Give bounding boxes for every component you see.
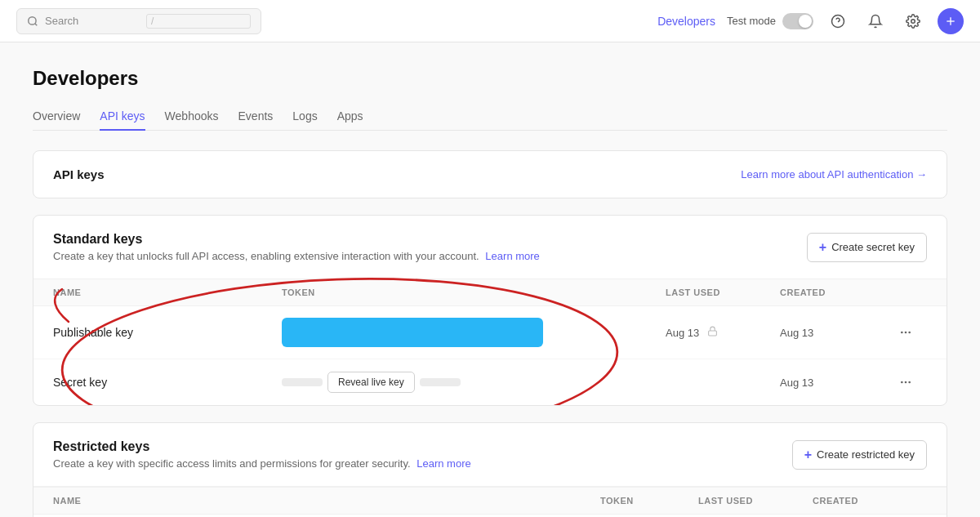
create-secret-key-button[interactable]: + Create secret key (807, 233, 927, 262)
plus-icon (944, 15, 957, 28)
page-content: Developers Overview API keys Webhooks Ev… (0, 42, 980, 517)
search-bar[interactable]: Search / (16, 8, 261, 34)
svg-point-0 (29, 16, 36, 24)
test-mode-label: Test mode (727, 15, 776, 27)
api-keys-card-header: API keys Learn more about API authentica… (33, 151, 947, 198)
svg-rect-8 (709, 331, 717, 336)
toggle-knob (799, 15, 812, 28)
svg-point-9 (901, 332, 903, 334)
restricted-col-last-used: LAST USED (698, 496, 813, 506)
search-kbd: / (146, 14, 251, 29)
secret-key-token: Reveal live key (282, 372, 666, 393)
svg-point-4 (911, 19, 915, 23)
page-tabs: Overview API keys Webhooks Events Logs A… (33, 103, 947, 131)
restricted-keys-title: Restricted keys (53, 439, 471, 454)
svg-point-10 (905, 332, 907, 334)
settings-button[interactable] (900, 8, 926, 34)
notifications-button[interactable] (862, 8, 889, 34)
svg-point-13 (905, 381, 907, 384)
create-secret-key-plus-icon: + (819, 240, 826, 255)
secret-key-created: Aug 13 (780, 377, 894, 389)
publishable-key-more-button[interactable] (894, 321, 917, 344)
svg-point-12 (901, 381, 903, 384)
developers-nav-link[interactable]: Developers (657, 15, 715, 28)
tab-webhooks[interactable]: Webhooks (165, 103, 219, 131)
api-keys-title: API keys (53, 167, 105, 181)
standard-keys-header: Standard keys Create a key that unlocks … (33, 216, 947, 279)
standard-keys-description: Create a key that unlocks full API acces… (53, 250, 540, 262)
restricted-col-created: CREATED (813, 496, 927, 506)
top-navigation: Search / Developers Test mode (0, 0, 980, 42)
user-avatar[interactable] (938, 8, 964, 34)
publishable-key-name: Publishable key (53, 326, 282, 339)
restricted-col-name: NAME (53, 496, 600, 506)
more-dots-icon (899, 326, 912, 339)
topnav-right: Developers Test mode (657, 8, 964, 34)
create-restricted-key-label: Create restricted key (817, 448, 915, 461)
search-placeholder: Search (45, 15, 140, 27)
lock-icon (707, 326, 718, 339)
tab-api-keys[interactable]: API keys (100, 103, 145, 131)
publishable-key-token-value (282, 318, 543, 347)
bell-icon (868, 14, 883, 29)
svg-point-14 (908, 381, 911, 384)
standard-keys-table-header: NAME TOKEN LAST USED CREATED (33, 279, 947, 306)
col-name: NAME (53, 287, 282, 297)
secret-key-name: Secret key (53, 376, 282, 389)
restricted-col-token: TOKEN (600, 496, 698, 506)
tab-apps[interactable]: Apps (337, 103, 363, 131)
reveal-live-key-button[interactable]: Reveal live key (327, 372, 415, 393)
restricted-keys-title-section: Restricted keys Create a key with specif… (53, 439, 471, 470)
restricted-keys-table-header: NAME TOKEN LAST USED CREATED (33, 487, 947, 515)
restricted-keys-card: Restricted keys Create a key with specif… (33, 422, 947, 517)
table-row: Publishable key Aug 13 Aug 13 (33, 306, 947, 359)
test-mode-toggle-group: Test mode (727, 13, 813, 29)
secret-key-token-blur-left (282, 378, 323, 386)
publishable-key-created: Aug 13 (780, 327, 894, 339)
create-restricted-key-button[interactable]: + Create restricted key (792, 440, 927, 470)
publishable-key-token (282, 318, 666, 347)
help-icon (831, 14, 845, 29)
col-last-used: LAST USED (666, 287, 780, 297)
col-token: TOKEN (282, 287, 666, 297)
standard-keys-card: Standard keys Create a key that unlocks … (33, 215, 947, 406)
test-mode-toggle[interactable] (782, 13, 813, 29)
secret-key-more-button[interactable] (894, 371, 917, 394)
standard-keys-title: Standard keys (53, 232, 540, 247)
standard-keys-title-section: Standard keys Create a key that unlocks … (53, 232, 540, 262)
tab-events[interactable]: Events (238, 103, 274, 131)
help-button[interactable] (825, 8, 851, 34)
table-row: Secret key Reveal live key Aug 13 (33, 359, 947, 405)
tab-overview[interactable]: Overview (33, 103, 80, 131)
tab-logs[interactable]: Logs (292, 103, 317, 131)
col-created: CREATED (780, 287, 894, 297)
restricted-keys-learn-more[interactable]: Learn more (416, 457, 470, 470)
publishable-key-last-used: Aug 13 (666, 326, 780, 339)
restricted-keys-description: Create a key with specific access limits… (53, 457, 471, 470)
create-restricted-key-plus-icon: + (804, 448, 812, 462)
page-title: Developers (33, 67, 947, 90)
svg-line-1 (35, 23, 38, 25)
more-dots-icon (899, 376, 912, 389)
svg-point-11 (908, 332, 911, 334)
secret-key-token-blur-right (420, 378, 461, 386)
col-actions (894, 287, 927, 297)
api-keys-learn-more-link[interactable]: Learn more about API authentication → (741, 168, 927, 181)
standard-keys-learn-more[interactable]: Learn more (485, 250, 539, 262)
api-keys-card: API keys Learn more about API authentica… (33, 150, 947, 198)
restricted-keys-header: Restricted keys Create a key with specif… (33, 423, 947, 487)
gear-icon (906, 14, 920, 29)
search-icon (27, 16, 38, 27)
create-secret-key-label: Create secret key (831, 241, 915, 253)
